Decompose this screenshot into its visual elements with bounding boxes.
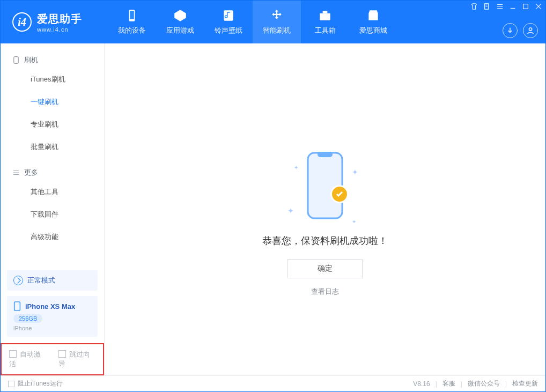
- app-url: www.i4.cn: [37, 26, 82, 33]
- svg-rect-3: [130, 11, 134, 19]
- wechat-link[interactable]: 微信公众号: [468, 379, 500, 388]
- version-label: V8.16: [413, 380, 430, 388]
- status-bar: 阻止iTunes运行 V8.16 | 客服 | 微信公众号 | 检查更新: [1, 375, 545, 391]
- sparkle-icon: ✦: [294, 165, 298, 171]
- close-button[interactable]: [535, 3, 542, 10]
- nav-toolbox[interactable]: 工具箱: [301, 1, 349, 43]
- separator: |: [505, 380, 507, 388]
- block-itunes-label: 阻止iTunes运行: [18, 379, 63, 388]
- svg-rect-11: [318, 152, 333, 157]
- menu-icon[interactable]: [496, 3, 504, 10]
- nav-my-device[interactable]: 我的设备: [108, 1, 156, 43]
- svg-rect-8: [14, 57, 18, 64]
- svg-rect-5: [320, 13, 330, 20]
- title-bar: i4 爱思助手 www.i4.cn 我的设备 应用游戏 铃声壁纸 智能刷机: [1, 1, 545, 43]
- device-card[interactable]: iPhone XS Max 256GB iPhone: [7, 296, 98, 337]
- sidebar-item-itunes-flash[interactable]: iTunes刷机: [1, 68, 104, 91]
- nav-label: 我的设备: [118, 26, 146, 35]
- device-phone-icon: [13, 301, 21, 311]
- doc-icon[interactable]: [483, 3, 491, 10]
- sidebar-item-oneclick-flash[interactable]: 一键刷机: [1, 91, 104, 113]
- tshirt-icon[interactable]: [470, 3, 478, 10]
- svg-rect-9: [14, 302, 20, 310]
- window-controls: [470, 3, 542, 10]
- nav-smart-flash[interactable]: 智能刷机: [253, 1, 301, 43]
- success-check-icon: [330, 185, 349, 203]
- separator: |: [461, 380, 462, 388]
- user-icon[interactable]: [523, 23, 538, 38]
- options-highlight-box: 自动激活 跳过向导: [1, 343, 104, 375]
- app-logo: i4 爱思助手 www.i4.cn: [1, 1, 108, 43]
- device-type: iPhone: [13, 325, 91, 331]
- app-name: 爱思助手: [37, 12, 82, 26]
- sidebar-group-label: 更多: [24, 168, 38, 177]
- svg-rect-1: [523, 4, 528, 9]
- device-name: iPhone XS Max: [25, 302, 75, 310]
- check-update-link[interactable]: 检查更新: [512, 379, 538, 388]
- nav-label: 铃声壁纸: [215, 26, 242, 35]
- download-icon[interactable]: [503, 23, 518, 38]
- top-nav: 我的设备 应用游戏 铃声壁纸 智能刷机 工具箱 爱思商城: [108, 1, 503, 43]
- separator: |: [436, 380, 437, 388]
- auto-activate-checkbox[interactable]: 自动激活: [9, 350, 47, 369]
- block-itunes-checkbox[interactable]: 阻止iTunes运行: [8, 379, 63, 388]
- svg-rect-6: [323, 11, 328, 13]
- nav-label: 爱思商城: [359, 26, 387, 35]
- maximize-button[interactable]: [522, 3, 529, 10]
- sidebar-group-label: 刷机: [24, 55, 38, 65]
- success-message: 恭喜您，保资料刷机成功啦！: [262, 234, 388, 247]
- sidebar-item-download-firmware[interactable]: 下载固件: [1, 203, 104, 226]
- minimize-button[interactable]: [509, 3, 517, 10]
- sidebar-group-more: 更多: [1, 164, 104, 181]
- sparkle-icon: ✦: [287, 206, 294, 215]
- sparkle-icon: ✦: [352, 219, 356, 225]
- device-mode-label: 正常模式: [27, 276, 55, 285]
- support-link[interactable]: 客服: [442, 379, 455, 388]
- sidebar-group-flash: 刷机: [1, 51, 104, 68]
- svg-point-7: [529, 28, 532, 31]
- phone-icon: [12, 56, 20, 64]
- skip-guide-checkbox[interactable]: 跳过向导: [58, 350, 96, 369]
- sidebar-item-advanced[interactable]: 高级功能: [1, 226, 104, 248]
- sidebar: 刷机 iTunes刷机 一键刷机 专业刷机 批量刷机 更多 其他工具 下载固件 …: [1, 43, 105, 375]
- sidebar-item-pro-flash[interactable]: 专业刷机: [1, 113, 104, 136]
- logo-icon: i4: [12, 12, 32, 32]
- success-illustration: ✦ ✦ ✦ ✦: [266, 151, 384, 226]
- nav-store[interactable]: 爱思商城: [349, 1, 397, 43]
- device-storage-badge: 256GB: [13, 314, 42, 323]
- nav-label: 智能刷机: [263, 26, 291, 35]
- ok-button[interactable]: 确定: [287, 259, 363, 278]
- sidebar-item-other-tools[interactable]: 其他工具: [1, 181, 104, 203]
- device-mode-card[interactable]: 正常模式: [7, 270, 98, 291]
- sidebar-item-batch-flash[interactable]: 批量刷机: [1, 136, 104, 158]
- nav-apps-games[interactable]: 应用游戏: [156, 1, 204, 43]
- nav-label: 工具箱: [315, 26, 336, 35]
- nav-ringtone-wallpaper[interactable]: 铃声壁纸: [204, 1, 253, 43]
- view-log-link[interactable]: 查看日志: [311, 287, 339, 297]
- main-content: ✦ ✦ ✦ ✦ 恭喜您，保资料刷机成功啦！ 确定 查看日志: [105, 43, 545, 375]
- refresh-icon: [13, 276, 23, 285]
- list-icon: [12, 169, 20, 176]
- sparkle-icon: ✦: [352, 168, 358, 176]
- nav-label: 应用游戏: [166, 26, 194, 35]
